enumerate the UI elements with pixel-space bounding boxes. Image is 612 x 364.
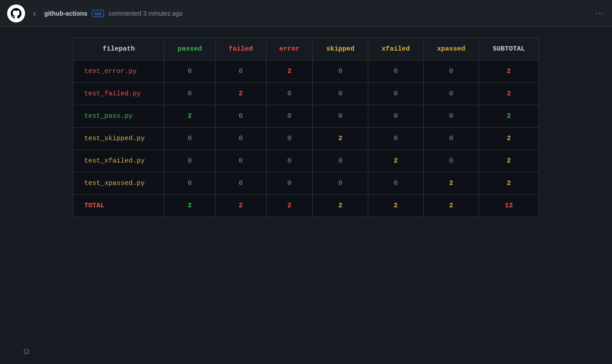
reaction-bar: ☺: [0, 338, 612, 364]
comment-timestamp: commented 3 minutes ago: [108, 10, 182, 17]
cell-passed: 2: [164, 105, 215, 128]
cell-skipped: 2: [313, 128, 368, 150]
col-header-subtotal: SUBTOTAL: [479, 38, 539, 60]
cell-skipped: 0: [313, 105, 368, 128]
table-row: test_skipped.py 0 0 0 2 0 0 2: [73, 128, 539, 150]
cell-filepath: test_error.py: [73, 60, 164, 83]
actor-name: github-actions: [44, 10, 87, 17]
table-total-row: TOTAL 2 2 2 2 2 2 12: [73, 195, 539, 217]
cell-passed: 0: [164, 83, 215, 105]
cell-total-xfailed: 2: [368, 195, 424, 217]
table-row: test_pass.py 2 0 0 0 0 0 2: [73, 105, 539, 128]
cell-xfailed: 2: [368, 150, 424, 172]
cell-failed: 2: [215, 83, 266, 105]
cell-xpassed: 0: [423, 83, 479, 105]
comment-body: filepath passed failed error skipped xfa…: [0, 27, 612, 338]
col-header-error: error: [266, 38, 313, 60]
cell-passed: 0: [164, 172, 215, 195]
cell-xfailed: 0: [368, 172, 424, 195]
cell-total-error: 2: [266, 195, 313, 217]
cell-subtotal: 2: [479, 150, 539, 172]
bot-badge: bot: [92, 10, 104, 17]
results-table: filepath passed failed error skipped xfa…: [73, 38, 539, 217]
table-row: test_failed.py 0 2 0 0 0 0 2: [73, 83, 539, 105]
cell-xpassed: 2: [423, 172, 479, 195]
cell-subtotal: 2: [479, 172, 539, 195]
cell-xpassed: 0: [423, 128, 479, 150]
emoji-reaction-button[interactable]: ☺: [18, 344, 35, 359]
cell-error: 0: [266, 105, 313, 128]
cell-subtotal: 2: [479, 60, 539, 83]
cell-xfailed: 0: [368, 105, 424, 128]
back-button[interactable]: ‹: [30, 6, 40, 20]
table-header-row: filepath passed failed error skipped xfa…: [73, 38, 539, 60]
cell-failed: 0: [215, 105, 266, 128]
cell-skipped: 0: [313, 150, 368, 172]
cell-total-skipped: 2: [313, 195, 368, 217]
cell-xpassed: 0: [423, 105, 479, 128]
cell-filepath: test_pass.py: [73, 105, 164, 128]
page-wrapper: ‹ github-actions bot commented 3 minutes…: [0, 0, 612, 364]
cell-failed: 0: [215, 150, 266, 172]
cell-error: 0: [266, 172, 313, 195]
cell-error: 0: [266, 83, 313, 105]
col-header-xfailed: xfailed: [368, 38, 424, 60]
cell-skipped: 0: [313, 172, 368, 195]
cell-xpassed: 0: [423, 150, 479, 172]
github-logo: [7, 4, 25, 22]
cell-xfailed: 0: [368, 83, 424, 105]
more-options-button[interactable]: ···: [595, 9, 605, 18]
cell-total-xpassed: 2: [423, 195, 479, 217]
cell-subtotal: 2: [479, 105, 539, 128]
comment-header: ‹ github-actions bot commented 3 minutes…: [0, 0, 612, 27]
cell-xfailed: 0: [368, 128, 424, 150]
cell-total-failed: 2: [215, 195, 266, 217]
col-header-xpassed: xpassed: [423, 38, 479, 60]
cell-skipped: 0: [313, 60, 368, 83]
table-row: test_xpassed.py 0 0 0 0 0 2 2: [73, 172, 539, 195]
cell-error: 0: [266, 150, 313, 172]
cell-passed: 0: [164, 60, 215, 83]
cell-filepath: test_failed.py: [73, 83, 164, 105]
cell-filepath: test_xfailed.py: [73, 150, 164, 172]
col-header-passed: passed: [164, 38, 215, 60]
table-row: test_xfailed.py 0 0 0 0 2 0 2: [73, 150, 539, 172]
cell-failed: 0: [215, 172, 266, 195]
col-header-failed: failed: [215, 38, 266, 60]
cell-passed: 0: [164, 128, 215, 150]
cell-skipped: 0: [313, 83, 368, 105]
cell-error: 2: [266, 60, 313, 83]
cell-failed: 0: [215, 128, 266, 150]
cell-subtotal: 2: [479, 128, 539, 150]
cell-subtotal: 2: [479, 83, 539, 105]
cell-error: 0: [266, 128, 313, 150]
cell-xfailed: 0: [368, 60, 424, 83]
cell-total-label: TOTAL: [73, 195, 164, 217]
cell-filepath: test_xpassed.py: [73, 172, 164, 195]
col-header-skipped: skipped: [313, 38, 368, 60]
cell-filepath: test_skipped.py: [73, 128, 164, 150]
col-header-filepath: filepath: [73, 38, 164, 60]
cell-total-passed: 2: [164, 195, 215, 217]
cell-passed: 0: [164, 150, 215, 172]
cell-failed: 0: [215, 60, 266, 83]
cell-xpassed: 0: [423, 60, 479, 83]
cell-total-subtotal: 12: [479, 195, 539, 217]
table-row: test_error.py 0 0 2 0 0 0 2: [73, 60, 539, 83]
